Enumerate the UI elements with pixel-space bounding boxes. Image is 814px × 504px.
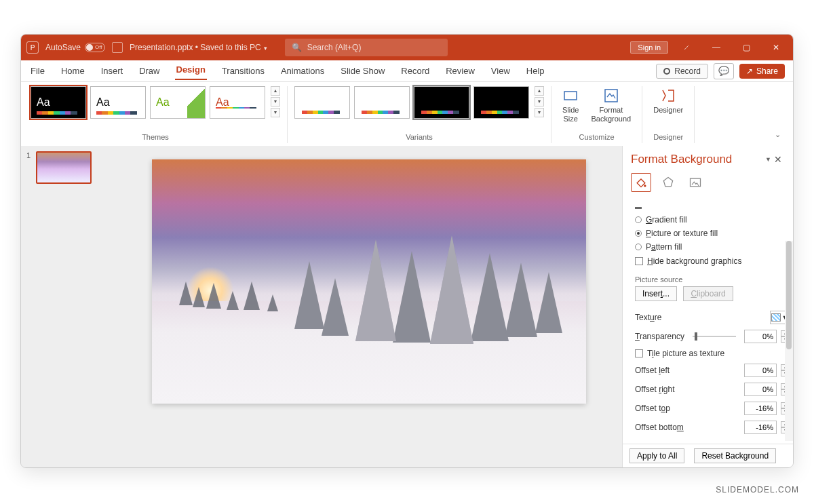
ribbon-options-icon[interactable]: ⟋: [675, 43, 698, 52]
transparency-slider[interactable]: [693, 336, 736, 337]
minimize-icon[interactable]: —: [705, 43, 728, 52]
offset-top-label: Offset top: [635, 404, 740, 413]
theme-option-3[interactable]: Aa: [150, 86, 206, 119]
theme-option-1[interactable]: Aa: [31, 86, 86, 119]
variants-scroll-up[interactable]: ▴: [535, 86, 544, 96]
tab-review[interactable]: Review: [444, 63, 476, 79]
watermark: SLIDEMODEL.COM: [716, 485, 799, 495]
toggle-switch-icon[interactable]: Off: [85, 43, 105, 52]
maximize-icon[interactable]: ▢: [735, 43, 758, 52]
tab-animations[interactable]: Animations: [279, 63, 326, 79]
record-dot-icon: [663, 68, 670, 75]
apply-to-all-button[interactable]: Apply to All: [629, 448, 684, 463]
transparency-input[interactable]: [744, 330, 777, 343]
tab-transitions[interactable]: Transitions: [220, 63, 266, 79]
tab-record[interactable]: Record: [400, 63, 431, 79]
tab-draw[interactable]: Draw: [138, 63, 161, 79]
slide-preview[interactable]: [152, 159, 586, 404]
picture-tab-icon[interactable]: [685, 173, 705, 192]
radio-picture-fill[interactable]: Picture or texture fill: [635, 227, 789, 240]
offset-bottom-input[interactable]: [744, 421, 777, 434]
checkbox-tile[interactable]: Tile picture as texture: [635, 346, 789, 361]
app-window: P AutoSave Off Presentation.pptx • Saved…: [20, 34, 794, 468]
variant-option-2[interactable]: [354, 86, 410, 119]
format-background-button[interactable]: Format Background: [587, 86, 635, 125]
svg-rect-0: [564, 92, 577, 100]
chevron-down-icon: ▾: [264, 45, 267, 52]
radio-gradient-fill[interactable]: GGradient fillradient fill: [635, 213, 789, 227]
format-background-pane: Format Background ▼ ✕ ▬ GGradient fillra…: [622, 146, 793, 467]
group-label-designer: Designer: [653, 133, 683, 143]
reset-background-button[interactable]: Reset Background: [694, 448, 776, 463]
checkbox-hide-graphics[interactable]: Hide background graphics: [635, 254, 789, 269]
svg-marker-3: [663, 178, 672, 187]
designer-button[interactable]: Designer: [649, 86, 687, 116]
variants-expand[interactable]: ▾: [535, 108, 544, 117]
tab-design[interactable]: Design: [175, 62, 207, 80]
variants-scroll-down[interactable]: ▾: [535, 97, 544, 106]
tab-insert[interactable]: Insert: [100, 63, 125, 79]
workspace: 1: [21, 146, 793, 467]
share-button[interactable]: ↗Share: [739, 64, 785, 79]
comments-button[interactable]: 💬: [714, 63, 734, 79]
texture-label: Texture: [635, 313, 766, 322]
variant-option-4[interactable]: [473, 86, 529, 119]
pane-scrollbar[interactable]: [785, 241, 793, 441]
themes-expand[interactable]: ▾: [271, 108, 280, 117]
fill-tab-icon[interactable]: [631, 173, 651, 192]
signin-button[interactable]: Sign in: [630, 41, 668, 54]
effects-tab-icon[interactable]: [658, 173, 678, 192]
variant-option-3[interactable]: [414, 86, 469, 119]
slide-canvas-area: [116, 146, 622, 467]
clipboard-button[interactable]: Clipboard: [683, 286, 733, 301]
pane-menu-icon[interactable]: ▼: [765, 156, 771, 163]
pane-close-button[interactable]: ✕: [771, 154, 785, 165]
designer-icon: [660, 88, 676, 104]
ribbon-collapse-button[interactable]: ⌄: [769, 126, 786, 143]
powerpoint-icon: P: [26, 41, 39, 54]
themes-scroll-up[interactable]: ▴: [271, 86, 280, 96]
comment-icon: 💬: [718, 66, 729, 76]
theme-option-4[interactable]: Aa: [210, 86, 265, 119]
slide-bg-trees: [152, 159, 586, 404]
offset-left-input[interactable]: [744, 364, 777, 377]
pane-title: Format Background: [631, 153, 762, 166]
offset-bottom-label: Offset bottom: [635, 423, 740, 432]
search-input[interactable]: 🔍 Search (Alt+Q): [285, 39, 448, 56]
group-label-themes: Themes: [142, 133, 169, 143]
offset-right-label: Offset right: [635, 385, 740, 394]
group-label-variants: Variants: [406, 133, 433, 143]
themes-scroll-down[interactable]: ▾: [271, 97, 280, 106]
radio-pattern-fill[interactable]: Pattern fill: [635, 240, 789, 254]
offset-top-input[interactable]: [744, 402, 777, 415]
titlebar: P AutoSave Off Presentation.pptx • Saved…: [21, 35, 793, 60]
menu-bar: File Home Insert Draw Design Transitions…: [21, 60, 793, 82]
section-toggle[interactable]: ▬: [635, 203, 789, 213]
tab-file[interactable]: File: [29, 63, 46, 79]
offset-right-input[interactable]: [744, 383, 777, 396]
tab-home[interactable]: Home: [60, 63, 86, 79]
group-label-customize: Customize: [579, 133, 615, 143]
share-icon: ↗: [746, 66, 753, 76]
document-title[interactable]: Presentation.pptx • Saved to this PC▾: [130, 43, 267, 52]
pane-body: ▬ GGradient fillradient fill Picture or …: [623, 197, 793, 442]
variant-option-1[interactable]: [294, 86, 350, 119]
close-icon[interactable]: ✕: [764, 43, 788, 52]
slide-size-button[interactable]: Slide Size: [558, 86, 583, 125]
slide-thumbnail-1[interactable]: [36, 151, 92, 184]
svg-rect-4: [691, 178, 701, 187]
autosave-label: AutoSave: [45, 43, 81, 52]
theme-option-2[interactable]: Aa: [90, 86, 146, 119]
tab-slideshow[interactable]: Slide Show: [339, 63, 386, 79]
tab-help[interactable]: Help: [525, 63, 546, 79]
tab-view[interactable]: View: [490, 63, 511, 79]
transparency-label: Transparency: [635, 332, 684, 341]
picture-source-label: Picture source: [635, 275, 789, 284]
record-button[interactable]: Record: [656, 64, 708, 79]
slide-number: 1: [26, 151, 31, 159]
save-icon[interactable]: [112, 42, 123, 53]
format-background-icon: [603, 88, 619, 104]
svg-point-2: [644, 185, 646, 187]
insert-picture-button[interactable]: Insert...: [635, 286, 677, 301]
autosave-toggle[interactable]: AutoSave Off: [45, 43, 105, 52]
